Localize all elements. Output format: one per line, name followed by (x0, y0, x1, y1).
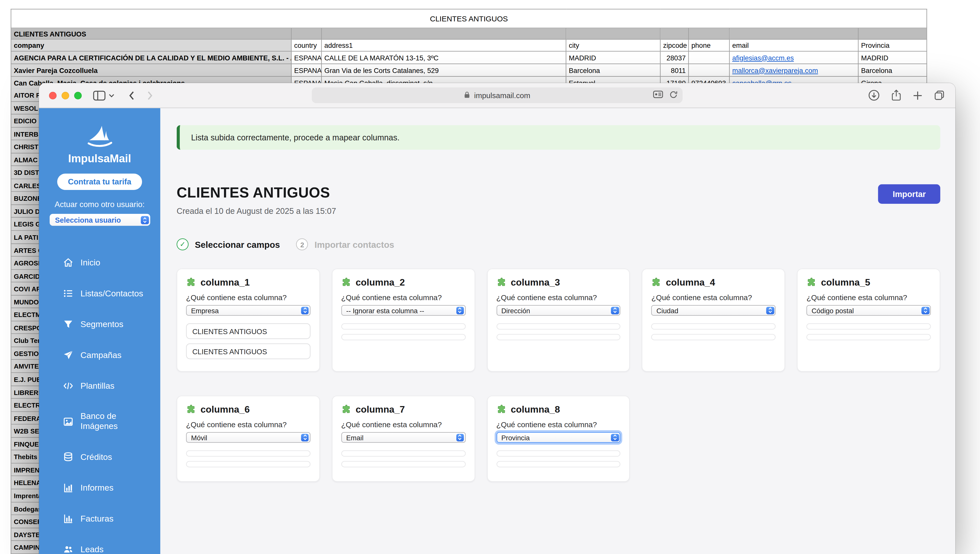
column-question: ¿Qué contiene esta columna? (186, 293, 310, 302)
minimize-window-button[interactable] (62, 92, 69, 99)
sheet-cell: ESPANA (291, 64, 321, 77)
zoom-window-button[interactable] (74, 92, 82, 99)
column-previews (341, 450, 465, 468)
sheet-band-cell (689, 28, 730, 39)
column-previews (186, 450, 310, 468)
impersonate-label: Actuar como otro usuario: (39, 200, 161, 209)
sidebar-item-facturas[interactable]: Facturas (39, 503, 161, 534)
column-question: ¿Qué contiene esta columna? (496, 420, 620, 429)
sidebar-toggle-icon[interactable] (93, 90, 106, 101)
sheet-cell: Barcelona (566, 64, 660, 77)
reload-icon[interactable] (670, 90, 678, 101)
column-preview (651, 323, 776, 330)
step-label: Seleccionar campos (195, 239, 280, 249)
sheet-cell: 28037 (660, 51, 689, 64)
column-type-select[interactable]: Empresa (186, 305, 310, 316)
sheet-cell: afiglesias@accm.es (729, 51, 858, 64)
close-window-button[interactable] (49, 92, 57, 99)
column-previews: CLIENTES ANTIGUOSCLIENTES ANTIGUOS (186, 323, 310, 359)
sheet-cell: Barcelona (858, 64, 927, 77)
share-icon[interactable] (891, 89, 902, 102)
column-card-title: columna_5 (821, 277, 870, 287)
page-badge-icon[interactable] (653, 91, 663, 100)
sidebar-item-inicio[interactable]: Inicio (39, 247, 161, 278)
column-preview (341, 450, 465, 457)
new-tab-icon[interactable] (913, 90, 923, 101)
selected-user: Selecciona usuario (55, 216, 121, 224)
sheet-cell: MADRID (858, 51, 927, 64)
column-type-select[interactable]: Ciudad (651, 305, 776, 316)
created-date: Creada el 10 de August de 2025 a las 15:… (177, 206, 336, 216)
column-type-select[interactable]: Email (341, 432, 465, 443)
sidebar-item-campa-as[interactable]: Campañas (39, 340, 161, 370)
downloads-icon[interactable] (868, 89, 880, 101)
selected-option: Código postal (811, 307, 854, 314)
step-import-contacts[interactable]: 2 Importar contactos (296, 238, 395, 251)
column-type-select[interactable]: Código postal (807, 305, 931, 316)
sheet-column-header: country (291, 39, 321, 51)
column-preview: CLIENTES ANTIGUOS (186, 323, 310, 339)
sidebar-item-cr-ditos[interactable]: Créditos (39, 442, 161, 473)
email-link[interactable]: afiglesias@accm.es (732, 54, 794, 61)
column-card-title: columna_3 (511, 277, 560, 287)
sheet-title: CLIENTES ANTIGUOS (11, 9, 927, 28)
steps: ✓ Seleccionar campos 2 Importar contacto… (177, 238, 940, 251)
column-preview (496, 461, 620, 468)
sidebar-item-plantillas[interactable]: Plantillas (39, 370, 161, 402)
sheet-cell (689, 51, 730, 64)
select-stepper-icon (921, 307, 929, 314)
report-icon (63, 482, 74, 493)
address-bar[interactable]: impulsamail.com (312, 88, 682, 104)
sheet-column-header: Provincia (858, 39, 927, 51)
email-link[interactable]: mallorca@xavierpareja.com (732, 66, 818, 74)
select-stepper-icon (141, 216, 149, 224)
column-card-columna_6: columna_6¿Qué contiene esta columna?Móvi… (177, 396, 320, 482)
success-alert-text: Lista subida correctamente, procede a ma… (191, 133, 399, 142)
sidebar-item-label: Campañas (80, 350, 121, 360)
sidebar-item-listas-contactos[interactable]: Listas/Contactos (39, 278, 161, 309)
step-select-fields[interactable]: ✓ Seleccionar campos (177, 238, 280, 251)
sidebar-item-banco-de-im-genes[interactable]: Banco de Imágenes (39, 401, 161, 442)
step-number: 2 (296, 238, 309, 251)
contract-plan-button[interactable]: Contrata tu tarifa (57, 174, 142, 190)
column-question: ¿Qué contiene esta columna? (341, 420, 465, 429)
column-type-select[interactable]: Provincia (496, 432, 620, 443)
chevron-down-icon[interactable] (109, 93, 115, 97)
sheet-cell: Gran Via de les Corts Catalanes, 529 (321, 64, 566, 77)
sheet-row: Xavier Pareja CozcolluelaESPANAGran Via … (11, 64, 927, 77)
sidebar-item-label: Facturas (80, 514, 113, 524)
sheet-cell: Xavier Pareja Cozcolluela (11, 64, 291, 77)
user-select[interactable]: Selecciona usuario (49, 214, 150, 226)
invoice-icon (63, 513, 74, 524)
sheet-band-row: CLIENTES ANTIGUOS (11, 28, 927, 39)
back-button[interactable] (128, 90, 135, 101)
sheet-column-header: city (566, 39, 660, 51)
sidebar-item-informes[interactable]: Informes (39, 473, 161, 503)
column-question: ¿Qué contiene esta columna? (341, 293, 465, 302)
puzzle-icon (186, 277, 196, 287)
sheet-table: CLIENTES ANTIGUOS CLIENTES ANTIGUOS comp… (11, 9, 927, 89)
column-type-select[interactable]: Dirección (496, 305, 620, 316)
column-type-select[interactable]: Móvil (186, 432, 310, 443)
step-label: Importar contactos (315, 239, 394, 249)
import-button[interactable]: Importar (878, 184, 940, 204)
lock-icon (464, 90, 470, 101)
column-card-title: columna_6 (200, 404, 250, 415)
sheet-band-cell (321, 28, 566, 39)
column-card-columna_1: columna_1¿Qué contiene esta columna?Empr… (177, 269, 320, 372)
sheet-band-label: CLIENTES ANTIGUOS (11, 28, 291, 39)
puzzle-icon (651, 277, 662, 287)
sheet-cell: ESPANA (291, 51, 321, 64)
forward-button[interactable] (147, 90, 153, 101)
column-card-columna_2: columna_2¿Qué contiene esta columna?-- I… (332, 269, 475, 372)
puzzle-icon (807, 277, 816, 287)
sidebar-item-segmentos[interactable]: Segmentos (39, 309, 161, 340)
tab-overview-icon[interactable] (934, 89, 945, 101)
select-stepper-icon (456, 307, 464, 314)
coins-icon (63, 452, 74, 462)
titlebar-actions (868, 89, 945, 102)
column-preview (807, 323, 931, 330)
sidebar-item-leads[interactable]: Leads (39, 534, 161, 554)
column-type-select[interactable]: -- Ignorar esta columna -- (341, 305, 465, 316)
puzzle-icon (186, 404, 196, 414)
